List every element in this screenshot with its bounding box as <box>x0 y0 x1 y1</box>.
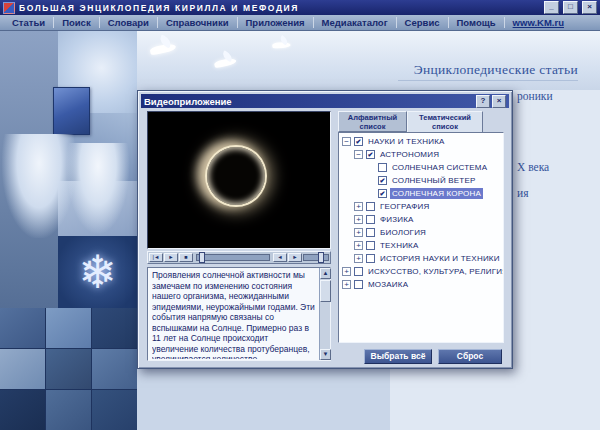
collage-tile <box>46 349 91 389</box>
tab-label: список <box>339 123 406 132</box>
checkbox[interactable] <box>366 228 375 237</box>
prev-frame-icon[interactable]: |◄ <box>149 253 163 262</box>
play-icon[interactable]: ► <box>164 253 178 262</box>
dove-image <box>214 54 240 68</box>
collage-tile <box>92 308 137 348</box>
checkbox[interactable] <box>366 254 375 263</box>
seek-thumb[interactable] <box>199 252 205 263</box>
tree-item-label: ТЕХНИКА <box>378 240 420 251</box>
menu-item-service[interactable]: Сервис <box>397 17 449 28</box>
seek-slider[interactable] <box>196 254 270 261</box>
dialog-titlebar[interactable]: Видеоприложение ? × <box>141 94 509 108</box>
expand-icon[interactable]: + <box>342 267 351 276</box>
checkbox[interactable] <box>366 202 375 211</box>
expand-icon[interactable]: + <box>354 254 363 263</box>
tree-item-solar-wind[interactable]: ✔ СОЛНЕЧНЫЙ ВЕТЕР <box>339 174 503 187</box>
checkbox[interactable] <box>354 280 363 289</box>
tree-item-geography[interactable]: + ГЕОГРАФИЯ <box>339 200 503 213</box>
snowflake-image: ❄ <box>58 236 137 308</box>
menu-item-articles[interactable]: Статьи <box>4 17 54 28</box>
tree-item-sciences[interactable]: − ✔ НАУКИ И ТЕХНИКА <box>339 135 503 148</box>
volume-up-icon[interactable]: ► <box>288 253 302 262</box>
window-titlebar[interactable]: БОЛЬШАЯ ЭНЦИКЛОПЕДИЯ КИРИЛЛА И МЕФОДИЯ _… <box>0 0 600 15</box>
collage-tile <box>0 349 45 389</box>
expand-icon[interactable]: + <box>354 228 363 237</box>
tab-alphabetical-list[interactable]: Алфавитный список <box>338 111 407 132</box>
menu-item-search[interactable]: Поиск <box>54 17 100 28</box>
tree-item-label: МОЗАИКА <box>366 279 410 290</box>
tree-item-biology[interactable]: + БИОЛОГИЯ <box>339 226 503 239</box>
description-text: Проявления солнечной активности мы замеч… <box>152 270 316 359</box>
tree-item-solar-corona[interactable]: ✔ СОЛНЕЧНАЯ КОРОНА <box>339 187 503 200</box>
tree-item-label: СОЛНЕЧНАЯ КОРОНА <box>390 188 483 199</box>
menu-link-km-ru[interactable]: www.KM.ru <box>505 17 572 28</box>
reset-button[interactable]: Сброс <box>438 349 502 364</box>
checkbox[interactable] <box>366 241 375 250</box>
expand-icon[interactable]: + <box>354 215 363 224</box>
checkbox[interactable]: ✔ <box>378 176 387 185</box>
section-link-fragment-chronicles[interactable]: роники <box>517 90 553 102</box>
collage-tile <box>0 308 45 348</box>
tree-item-label: СОЛНЕЧНАЯ СИСТЕМА <box>390 162 489 173</box>
tree-item-technics[interactable]: + ТЕХНИКА <box>339 239 503 252</box>
volume-down-icon[interactable]: ◄ <box>273 253 287 262</box>
checkbox[interactable]: ✔ <box>354 137 363 146</box>
player-control-bar: |◄ ► ■ ◄ ► <box>147 251 331 264</box>
tree-item-label: ИСТОРИЯ НАУКИ И ТЕХНИКИ <box>378 253 502 264</box>
menu-item-applications[interactable]: Приложения <box>238 17 314 28</box>
collage-tile <box>46 308 91 348</box>
maximize-button[interactable]: □ <box>563 1 578 14</box>
app-icon <box>3 2 15 14</box>
tree-item-solar-system[interactable]: СОЛНЕЧНАЯ СИСТЕМА <box>339 161 503 174</box>
menu-item-mediacatalog[interactable]: Медиакаталог <box>314 17 397 28</box>
expand-spacer <box>366 176 375 185</box>
menu-item-reference[interactable]: Справочники <box>158 17 238 28</box>
desktop-background: ❄ Энциклопедические статьи роники X века… <box>0 31 600 430</box>
checkbox[interactable]: ✔ <box>378 189 387 198</box>
collage-tile-grid <box>0 308 137 430</box>
expand-icon[interactable]: + <box>354 202 363 211</box>
dialog-close-button[interactable]: × <box>492 95 506 108</box>
collapse-icon[interactable]: − <box>354 150 363 159</box>
tree-item-art-culture-religion[interactable]: + ИСКУССТВО, КУЛЬТУРА, РЕЛИГИЯ <box>339 265 503 278</box>
expand-icon[interactable]: + <box>342 280 351 289</box>
checkbox[interactable] <box>354 267 363 276</box>
solar-eclipse-image <box>205 145 267 207</box>
tree-item-label: ГЕОГРАФИЯ <box>378 201 432 212</box>
description-panel: Проявления солнечной активности мы замеч… <box>147 267 331 361</box>
tab-thematic-list[interactable]: Тематический список <box>407 111 483 133</box>
tree-item-label: НАУКИ И ТЕХНИКА <box>366 136 447 147</box>
checkbox[interactable]: ✔ <box>366 150 375 159</box>
close-button[interactable]: × <box>582 1 597 14</box>
section-link-fragment[interactable]: ия <box>517 187 528 199</box>
expand-icon[interactable]: + <box>354 241 363 250</box>
tree-item-history-of-science[interactable]: + ИСТОРИЯ НАУКИ И ТЕХНИКИ <box>339 252 503 265</box>
scrollbar[interactable]: ▲ ▼ <box>319 268 330 360</box>
menu-item-dictionaries[interactable]: Словари <box>100 17 158 28</box>
collage-photo-statues <box>58 181 137 236</box>
tree-item-physics[interactable]: + ФИЗИКА <box>339 213 503 226</box>
section-link-fragment-century[interactable]: X века <box>517 161 549 173</box>
volume-slider[interactable] <box>303 254 329 261</box>
tree-item-mosaic[interactable]: + МОЗАИКА <box>339 278 503 291</box>
tree-item-label: СОЛНЕЧНЫЙ ВЕТЕР <box>390 175 478 186</box>
tree-item-label: ИСКУССТВО, КУЛЬТУРА, РЕЛИГИЯ <box>366 266 504 277</box>
scroll-down-icon[interactable]: ▼ <box>320 349 331 360</box>
checkbox[interactable] <box>366 215 375 224</box>
dialog-help-button[interactable]: ? <box>476 95 490 108</box>
collapse-icon[interactable]: − <box>342 137 351 146</box>
tree-item-astronomy[interactable]: − ✔ АСТРОНОМИЯ <box>339 148 503 161</box>
menu-item-help[interactable]: Помощь <box>449 17 505 28</box>
application-window: БОЛЬШАЯ ЭНЦИКЛОПЕДИЯ КИРИЛЛА И МЕФОДИЯ _… <box>0 0 600 430</box>
minimize-button[interactable]: _ <box>544 1 559 14</box>
checkbox[interactable] <box>378 163 387 172</box>
volume-thumb[interactable] <box>318 252 324 263</box>
collage-tile <box>92 390 137 430</box>
stop-icon[interactable]: ■ <box>179 253 193 262</box>
scroll-thumb[interactable] <box>320 280 331 302</box>
window-title: БОЛЬШАЯ ЭНЦИКЛОПЕДИЯ КИРИЛЛА И МЕФОДИЯ <box>19 3 540 13</box>
expand-spacer <box>366 189 375 198</box>
section-link-articles[interactable]: Энциклопедические статьи <box>414 62 578 78</box>
select-all-button[interactable]: Выбрать всё <box>364 349 432 364</box>
scroll-up-icon[interactable]: ▲ <box>320 268 331 279</box>
